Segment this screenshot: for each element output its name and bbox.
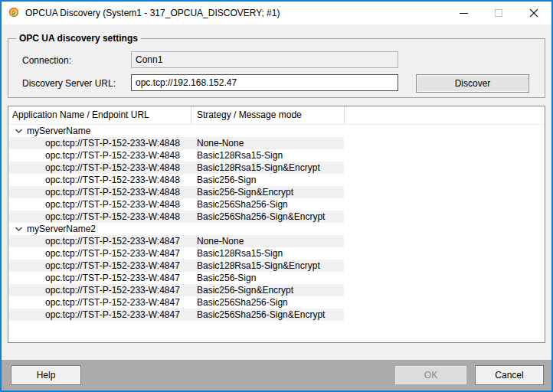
endpoint-url: opc.tcp://TST-P-152-233-W:4847: [8, 272, 197, 284]
endpoint-strategy: Basic256Sha256-Sign&Encrypt: [197, 211, 344, 223]
endpoint-url: opc.tcp://TST-P-152-233-W:4848: [8, 186, 197, 198]
tree-group-row[interactable]: myServerName: [8, 125, 344, 137]
minimize-icon: [460, 13, 468, 14]
endpoint-strategy: Basic256Sha256-Sign: [197, 198, 344, 211]
endpoint-row[interactable]: opc.tcp://TST-P-152-233-W:4848Basic256-S…: [8, 186, 344, 198]
endpoint-row[interactable]: opc.tcp://TST-P-152-233-W:4848None-None: [8, 137, 344, 149]
discover-button[interactable]: Discover: [416, 74, 529, 93]
close-button[interactable]: [516, 2, 551, 24]
connection-label: Connection:: [22, 55, 71, 66]
cancel-button[interactable]: Cancel: [475, 365, 544, 385]
column-header-strategy[interactable]: Strategy / Message mode: [191, 106, 345, 124]
connection-field: [131, 51, 398, 68]
server-name: myServerName2: [27, 223, 96, 235]
endpoint-row[interactable]: opc.tcp://TST-P-152-233-W:4848Basic128Rs…: [8, 149, 344, 162]
endpoint-row[interactable]: opc.tcp://TST-P-152-233-W:4848Basic128Rs…: [8, 162, 344, 174]
close-icon: [529, 8, 538, 18]
discovery-settings-group: OPC UA discovery settings Connection: Di…: [8, 38, 545, 98]
dialog-body: OPC UA discovery settings Connection: Di…: [2, 24, 551, 360]
endpoint-strategy: Basic128Rsa15-Sign&Encrypt: [197, 162, 344, 174]
tree-group-row[interactable]: myServerName2: [8, 223, 344, 235]
table-header: Application Name / Endpoint URL Strategy…: [8, 106, 545, 125]
endpoint-strategy: Basic256-Sign: [197, 174, 344, 186]
window-title: OPCUA Discovery (System1 - 317_OPCUA_DIS…: [25, 8, 280, 18]
endpoint-strategy: None-None: [197, 137, 344, 149]
ok-button: OK: [394, 365, 467, 385]
endpoint-strategy: None-None: [197, 235, 344, 247]
endpoint-strategy: Basic256Sha256-Sign&Encrypt: [197, 309, 344, 321]
endpoint-row[interactable]: opc.tcp://TST-P-152-233-W:4848Basic256Sh…: [8, 198, 344, 211]
endpoint-url: opc.tcp://TST-P-152-233-W:4848: [8, 162, 197, 174]
endpoint-row[interactable]: opc.tcp://TST-P-152-233-W:4847Basic256Sh…: [8, 296, 344, 309]
endpoint-url: opc.tcp://TST-P-152-233-W:4847: [8, 235, 197, 247]
titlebar[interactable]: OPCUA Discovery (System1 - 317_OPCUA_DIS…: [2, 2, 551, 24]
endpoint-strategy: Basic128Rsa15-Sign: [197, 247, 344, 260]
column-header-application[interactable]: Application Name / Endpoint URL: [8, 106, 191, 124]
endpoint-strategy: Basic128Rsa15-Sign&Encrypt: [197, 260, 344, 272]
endpoint-tree: myServerNameopc.tcp://TST-P-152-233-W:48…: [8, 125, 545, 321]
discovery-url-label: Discovery Server URL:: [22, 78, 116, 89]
endpoint-row[interactable]: opc.tcp://TST-P-152-233-W:4847None-None: [8, 235, 344, 247]
minimize-button[interactable]: [446, 2, 481, 24]
opcua-discovery-dialog: OPCUA Discovery (System1 - 317_OPCUA_DIS…: [0, 0, 553, 392]
endpoint-url: opc.tcp://TST-P-152-233-W:4847: [8, 247, 197, 260]
help-button[interactable]: Help: [11, 365, 81, 385]
endpoint-url: opc.tcp://TST-P-152-233-W:4848: [8, 149, 197, 162]
endpoint-row[interactable]: opc.tcp://TST-P-152-233-W:4847Basic256Sh…: [8, 309, 344, 321]
endpoint-strategy: Basic256-Sign&Encrypt: [197, 284, 344, 296]
endpoint-url: opc.tcp://TST-P-152-233-W:4848: [8, 174, 197, 186]
endpoint-strategy: Basic128Rsa15-Sign: [197, 149, 344, 162]
endpoint-row[interactable]: opc.tcp://TST-P-152-233-W:4847Basic128Rs…: [8, 260, 344, 272]
endpoint-strategy: Basic256-Sign: [197, 272, 344, 284]
endpoint-row[interactable]: opc.tcp://TST-P-152-233-W:4848Basic256Sh…: [8, 211, 344, 223]
button-bar: Help OK Cancel: [2, 360, 551, 390]
chevron-down-icon[interactable]: [8, 223, 23, 235]
endpoint-url: opc.tcp://TST-P-152-233-W:4848: [8, 137, 197, 149]
app-icon: [8, 7, 20, 19]
endpoint-row[interactable]: opc.tcp://TST-P-152-233-W:4847Basic256-S…: [8, 272, 344, 284]
endpoint-url: opc.tcp://TST-P-152-233-W:4847: [8, 284, 197, 296]
window-controls: [446, 2, 551, 24]
endpoint-url: opc.tcp://TST-P-152-233-W:4847: [8, 260, 197, 272]
endpoint-row[interactable]: opc.tcp://TST-P-152-233-W:4847Basic256-S…: [8, 284, 344, 296]
endpoint-row[interactable]: opc.tcp://TST-P-152-233-W:4847Basic128Rs…: [8, 247, 344, 260]
group-title: OPC UA discovery settings: [16, 33, 141, 44]
endpoint-url: opc.tcp://TST-P-152-233-W:4848: [8, 198, 197, 211]
endpoint-url: opc.tcp://TST-P-152-233-W:4847: [8, 296, 197, 309]
endpoint-row[interactable]: opc.tcp://TST-P-152-233-W:4848Basic256-S…: [8, 174, 344, 186]
discovery-url-field[interactable]: [131, 74, 398, 91]
maximize-icon: [495, 9, 502, 17]
endpoint-url: opc.tcp://TST-P-152-233-W:4847: [8, 309, 197, 321]
chevron-down-icon[interactable]: [8, 125, 23, 137]
endpoint-strategy: Basic256-Sign&Encrypt: [197, 186, 344, 198]
endpoint-url: opc.tcp://TST-P-152-233-W:4848: [8, 211, 197, 223]
endpoint-table: Application Name / Endpoint URL Strategy…: [8, 106, 545, 343]
server-name: myServerName: [27, 125, 90, 137]
maximize-button: [481, 2, 516, 24]
endpoint-strategy: Basic256Sha256-Sign: [197, 296, 344, 309]
